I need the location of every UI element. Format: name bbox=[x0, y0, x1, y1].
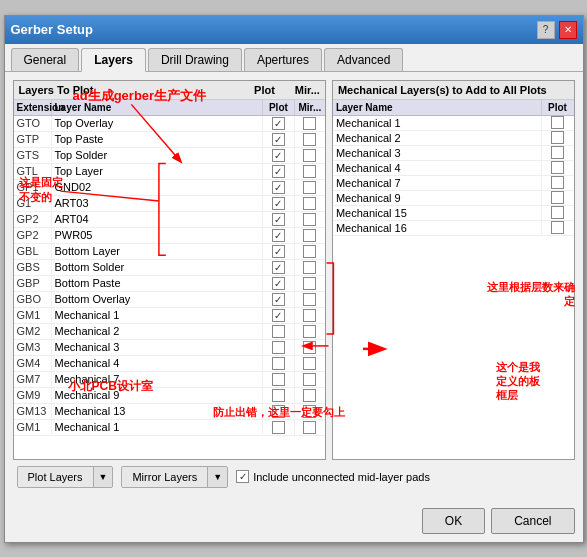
mir-checkbox-cell[interactable] bbox=[295, 340, 325, 355]
plot-checkbox-cell[interactable] bbox=[263, 276, 295, 291]
plot-checkbox[interactable] bbox=[272, 373, 285, 386]
plot-checkbox-cell[interactable] bbox=[263, 180, 295, 195]
mir-checkbox-cell[interactable] bbox=[295, 404, 325, 419]
mir-checkbox[interactable] bbox=[303, 389, 316, 402]
plot-checkbox-cell[interactable] bbox=[263, 356, 295, 371]
mir-checkbox[interactable] bbox=[303, 421, 316, 434]
plot-checkbox[interactable] bbox=[272, 181, 285, 194]
mir-checkbox[interactable] bbox=[303, 181, 316, 194]
plot-checkbox-cell[interactable] bbox=[263, 260, 295, 275]
mir-checkbox[interactable] bbox=[303, 277, 316, 290]
plot-layers-dropdown[interactable]: ▼ bbox=[94, 467, 113, 487]
mir-checkbox[interactable] bbox=[303, 149, 316, 162]
mir-checkbox[interactable] bbox=[303, 197, 316, 210]
include-checkbox-label[interactable]: Include unconnected mid-layer pads bbox=[236, 470, 430, 483]
plot-checkbox-cell[interactable] bbox=[263, 244, 295, 259]
mir-checkbox-cell[interactable] bbox=[295, 276, 325, 291]
mir-checkbox-cell[interactable] bbox=[295, 244, 325, 259]
mir-checkbox-cell[interactable] bbox=[295, 164, 325, 179]
plot-checkbox-cell[interactable] bbox=[263, 148, 295, 163]
plot-checkbox-cell[interactable] bbox=[263, 308, 295, 323]
plot-checkbox[interactable] bbox=[272, 149, 285, 162]
plot-checkbox[interactable] bbox=[272, 357, 285, 370]
mirror-layers-button[interactable]: Mirror Layers bbox=[122, 467, 208, 487]
mir-checkbox[interactable] bbox=[303, 245, 316, 258]
include-checkbox[interactable] bbox=[236, 470, 249, 483]
r-plot-checkbox-cell[interactable] bbox=[542, 161, 574, 174]
mir-checkbox[interactable] bbox=[303, 357, 316, 370]
cancel-button[interactable]: Cancel bbox=[491, 508, 574, 534]
mir-checkbox[interactable] bbox=[303, 133, 316, 146]
mir-checkbox-cell[interactable] bbox=[295, 324, 325, 339]
mir-checkbox-cell[interactable] bbox=[295, 308, 325, 323]
plot-checkbox-cell[interactable] bbox=[263, 372, 295, 387]
r-plot-checkbox-cell[interactable] bbox=[542, 131, 574, 144]
plot-checkbox[interactable] bbox=[272, 405, 285, 418]
plot-checkbox[interactable] bbox=[272, 389, 285, 402]
tab-layers[interactable]: Layers bbox=[81, 48, 146, 72]
mir-checkbox[interactable] bbox=[303, 293, 316, 306]
r-plot-checkbox-cell[interactable] bbox=[542, 191, 574, 204]
r-plot-checkbox[interactable] bbox=[551, 146, 564, 159]
plot-checkbox[interactable] bbox=[272, 293, 285, 306]
plot-checkbox[interactable] bbox=[272, 245, 285, 258]
mir-checkbox-cell[interactable] bbox=[295, 260, 325, 275]
r-plot-checkbox[interactable] bbox=[551, 206, 564, 219]
mir-checkbox[interactable] bbox=[303, 117, 316, 130]
plot-checkbox[interactable] bbox=[272, 117, 285, 130]
r-plot-checkbox[interactable] bbox=[551, 161, 564, 174]
r-plot-checkbox[interactable] bbox=[551, 116, 564, 129]
tab-apertures[interactable]: Apertures bbox=[244, 48, 322, 71]
plot-checkbox-cell[interactable] bbox=[263, 116, 295, 131]
mir-checkbox[interactable] bbox=[303, 405, 316, 418]
mir-checkbox[interactable] bbox=[303, 229, 316, 242]
mir-checkbox-cell[interactable] bbox=[295, 196, 325, 211]
plot-checkbox[interactable] bbox=[272, 277, 285, 290]
help-button[interactable]: ? bbox=[537, 21, 555, 39]
plot-checkbox[interactable] bbox=[272, 341, 285, 354]
r-plot-checkbox-cell[interactable] bbox=[542, 221, 574, 234]
mir-checkbox[interactable] bbox=[303, 373, 316, 386]
plot-checkbox-cell[interactable] bbox=[263, 196, 295, 211]
r-plot-checkbox[interactable] bbox=[551, 221, 564, 234]
plot-checkbox-cell[interactable] bbox=[263, 324, 295, 339]
mir-checkbox-cell[interactable] bbox=[295, 212, 325, 227]
plot-checkbox[interactable] bbox=[272, 133, 285, 146]
plot-checkbox-cell[interactable] bbox=[263, 164, 295, 179]
plot-checkbox[interactable] bbox=[272, 309, 285, 322]
plot-layers-button[interactable]: Plot Layers bbox=[18, 467, 94, 487]
plot-checkbox-cell[interactable] bbox=[263, 292, 295, 307]
mir-checkbox-cell[interactable] bbox=[295, 180, 325, 195]
mir-checkbox-cell[interactable] bbox=[295, 148, 325, 163]
r-plot-checkbox[interactable] bbox=[551, 191, 564, 204]
tab-drill-drawing[interactable]: Drill Drawing bbox=[148, 48, 242, 71]
mir-checkbox[interactable] bbox=[303, 165, 316, 178]
r-plot-checkbox-cell[interactable] bbox=[542, 146, 574, 159]
plot-checkbox-cell[interactable] bbox=[263, 404, 295, 419]
plot-checkbox-cell[interactable] bbox=[263, 420, 295, 435]
plot-checkbox-cell[interactable] bbox=[263, 228, 295, 243]
plot-checkbox[interactable] bbox=[272, 197, 285, 210]
plot-checkbox[interactable] bbox=[272, 421, 285, 434]
r-plot-checkbox-cell[interactable] bbox=[542, 206, 574, 219]
mir-checkbox-cell[interactable] bbox=[295, 292, 325, 307]
mir-checkbox-cell[interactable] bbox=[295, 388, 325, 403]
mir-checkbox-cell[interactable] bbox=[295, 228, 325, 243]
r-plot-checkbox[interactable] bbox=[551, 131, 564, 144]
r-plot-checkbox-cell[interactable] bbox=[542, 176, 574, 189]
plot-checkbox[interactable] bbox=[272, 229, 285, 242]
plot-checkbox[interactable] bbox=[272, 213, 285, 226]
plot-checkbox[interactable] bbox=[272, 325, 285, 338]
mir-checkbox[interactable] bbox=[303, 213, 316, 226]
mir-checkbox[interactable] bbox=[303, 325, 316, 338]
plot-checkbox-cell[interactable] bbox=[263, 388, 295, 403]
close-button[interactable]: ✕ bbox=[559, 21, 577, 39]
plot-checkbox-cell[interactable] bbox=[263, 132, 295, 147]
mir-checkbox-cell[interactable] bbox=[295, 356, 325, 371]
tab-advanced[interactable]: Advanced bbox=[324, 48, 403, 71]
mir-checkbox[interactable] bbox=[303, 341, 316, 354]
mir-checkbox[interactable] bbox=[303, 309, 316, 322]
mir-checkbox[interactable] bbox=[303, 261, 316, 274]
mir-checkbox-cell[interactable] bbox=[295, 420, 325, 435]
ok-button[interactable]: OK bbox=[422, 508, 485, 534]
